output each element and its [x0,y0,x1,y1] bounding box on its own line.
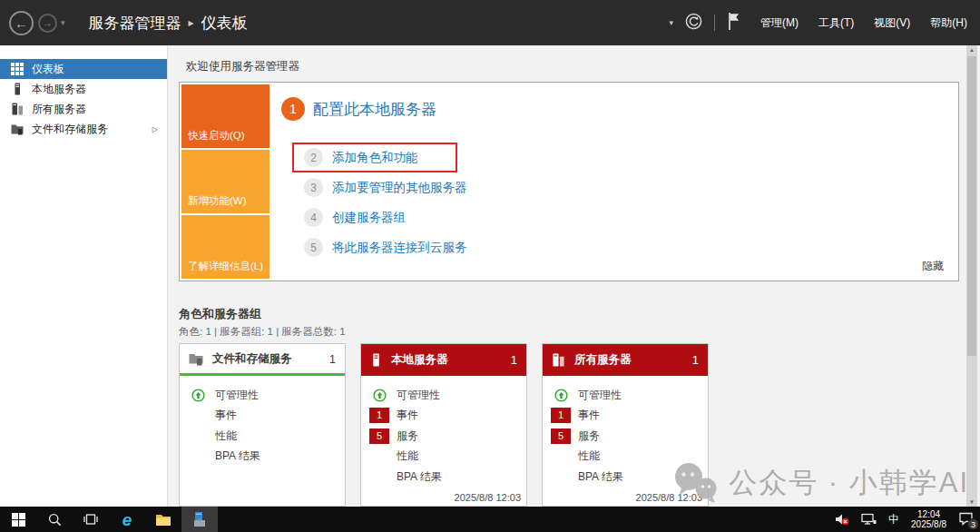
tile-row-events[interactable]: 1 事件 [361,406,526,427]
tray-clock[interactable]: 12:04 2025/8/8 [911,509,946,529]
row-label: 事件 [397,408,418,423]
tile-row-manageability[interactable]: 可管理性 [180,385,345,406]
welcome-panel: 快速启动(Q) 新增功能(W) 了解详细信息(L) 1 配置此本地服务器 2 添… [179,82,959,281]
count-badge: 5 [369,429,389,444]
start-button[interactable] [0,507,36,532]
tile-count: 1 [692,353,699,367]
step-add-servers: 3 添加要管理的其他服务器 [304,172,467,202]
action-center-button[interactable]: 3 [958,511,975,527]
sidebar-item-label: 仪表板 [32,62,64,77]
refresh-caret-icon[interactable]: ▾ [669,18,673,27]
system-tray: 中 12:04 2025/8/8 3 [835,509,980,529]
server-manager-icon [191,511,208,527]
notification-count-badge: 3 [967,518,979,530]
server-icon [11,83,24,95]
row-label: 可管理性 [215,388,259,403]
tile-all-servers[interactable]: 所有服务器 1 可管理性 1 事件 5 服务 [542,343,709,507]
tile-row-bpa[interactable]: BPA 结果 [543,467,708,488]
primary-step: 1 配置此本地服务器 [281,97,436,121]
tile-row-bpa[interactable]: BPA 结果 [180,447,345,468]
tab-whats-new[interactable]: 新增功能(W) [181,150,270,213]
refresh-icon[interactable] [685,13,702,34]
forward-icon[interactable]: → [38,14,57,33]
file-storage-icon [11,123,24,135]
task-view-button[interactable] [73,507,109,532]
sidebar-item-file-storage[interactable]: 文件和存储服务 ▷ [0,119,167,139]
ime-indicator[interactable]: 中 [888,512,899,527]
row-label: BPA 结果 [578,469,623,485]
menu-tools[interactable]: 工具(T) [818,15,854,31]
row-label: BPA 结果 [215,448,260,464]
scroll-down-icon[interactable]: ▼ [966,499,977,505]
tile-header: 本地服务器 1 [361,344,526,376]
count-badge: 1 [551,408,571,423]
internet-explorer-button[interactable]: e [109,507,145,532]
internet-explorer-icon: e [122,511,132,528]
folder-icon [155,513,172,527]
toolbar-divider [714,15,715,31]
roles-title: 角色和服务器组 [179,306,346,322]
scrollbar-thumb[interactable] [967,56,976,356]
menu-view[interactable]: 视图(V) [874,15,910,31]
scroll-up-icon[interactable]: ▲ [966,47,977,53]
sidebar-item-dashboard[interactable]: 仪表板 [0,59,167,79]
tray-time: 12:04 [911,509,946,519]
status-up-icon [550,389,572,402]
sidebar-item-label: 所有服务器 [32,102,86,117]
tile-row-events[interactable]: 1 事件 [543,406,708,427]
tile-row-events[interactable]: 事件 [180,406,345,427]
sidebar-item-label: 文件和存储服务 [32,122,108,137]
tray-date: 2025/8/8 [911,519,946,529]
row-label: 性能 [578,448,600,464]
windows-logo-icon [12,513,25,527]
tile-row-services[interactable]: 5 服务 [543,426,708,447]
create-server-group-link[interactable]: 创建服务器组 [332,210,406,226]
add-roles-features-link[interactable]: 添加角色和功能 [332,150,418,166]
tile-title: 本地服务器 [391,352,448,368]
nav-history-caret-icon[interactable]: ▾ [61,18,65,27]
sidebar-item-all-servers[interactable]: 所有服务器 [0,99,167,119]
tile-file-storage[interactable]: 文件和存储服务 1 可管理性 事件 性能 [179,343,346,507]
row-label: 可管理性 [578,388,622,403]
step-add-roles: 2 添加角色和功能 [304,143,467,172]
tile-row-bpa[interactable]: BPA 结果 [361,467,526,488]
network-icon[interactable] [861,513,877,526]
step-create-group: 4 创建服务器组 [304,202,467,232]
row-label: 性能 [397,448,418,464]
tile-row-manageability[interactable]: 可管理性 [543,385,708,406]
row-label: BPA 结果 [397,469,442,485]
sidebar-item-local-server[interactable]: 本地服务器 [0,79,167,99]
tab-quick-start[interactable]: 快速启动(Q) [181,84,270,148]
expand-arrow-icon[interactable]: ▷ [152,125,158,133]
server-manager-taskbar-button[interactable] [181,507,218,532]
watermark: 公众号 · 小韩学AI [671,461,969,505]
status-up-icon [187,389,209,402]
taskbar-search-button[interactable] [36,507,73,532]
count-badge: 5 [551,429,571,444]
row-label: 服务 [397,429,418,444]
tile-row-performance[interactable]: 性能 [543,447,708,468]
tile-local-server[interactable]: 本地服务器 1 可管理性 1 事件 5 服务 [360,343,527,507]
tile-row-performance[interactable]: 性能 [180,426,345,447]
tile-row-performance[interactable]: 性能 [361,447,526,468]
file-explorer-button[interactable] [145,507,181,532]
row-label: 性能 [215,429,237,444]
tab-learn-more[interactable]: 了解详细信息(L) [181,215,270,279]
notification-flag-icon[interactable] [727,12,741,34]
volume-muted-icon[interactable] [835,513,849,526]
tile-row-services[interactable]: 5 服务 [361,426,526,447]
tile-count: 1 [511,353,517,367]
add-other-servers-link[interactable]: 添加要管理的其他服务器 [332,180,467,196]
hide-link[interactable]: 隐藏 [922,259,944,274]
row-label: 事件 [578,408,600,423]
sidebar: 仪表板 本地服务器 所有服务器 文件和存储服务 ▷ [0,45,168,507]
menu-manage[interactable]: 管理(M) [760,15,799,31]
welcome-tab-strip: 快速启动(Q) 新增功能(W) 了解详细信息(L) [181,84,270,279]
row-label: 服务 [578,429,600,444]
back-icon[interactable]: ← [9,11,34,35]
menu-help[interactable]: 帮助(H) [930,15,967,31]
connect-cloud-link[interactable]: 将此服务器连接到云服务 [332,240,467,256]
vertical-scrollbar[interactable]: ▲ ▼ [966,45,977,507]
file-storage-icon [189,351,203,366]
tile-row-manageability[interactable]: 可管理性 [361,385,526,406]
